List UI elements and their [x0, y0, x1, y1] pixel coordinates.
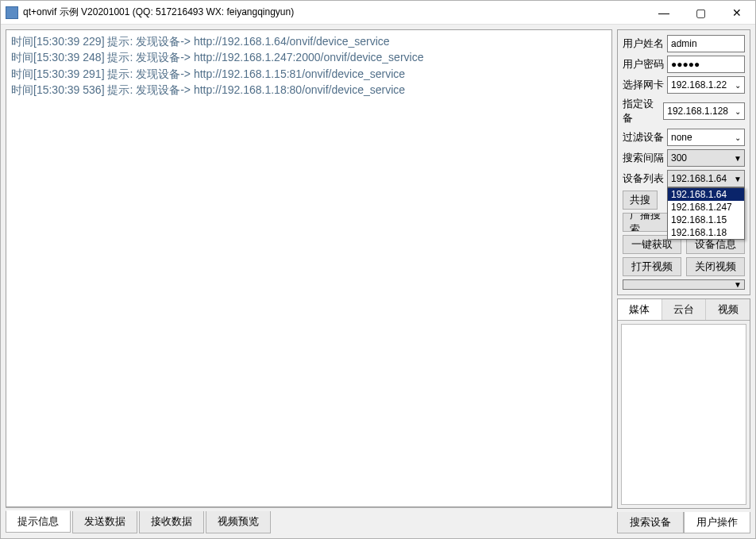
row-nic: 选择网卡 192.168.1.22 ⌄ — [623, 76, 745, 94]
open-video-button[interactable]: 打开视频 — [623, 257, 681, 276]
tab-video[interactable]: 视频 — [706, 299, 750, 320]
devlist-label: 设备列表 — [623, 171, 664, 186]
nic-label: 选择网卡 — [623, 78, 664, 92]
interval-select[interactable]: 300 ▼ — [667, 149, 745, 167]
row-interval: 搜索间隔 300 ▼ — [623, 149, 745, 167]
close-button[interactable]: ✕ — [719, 1, 755, 24]
chevron-down-icon: ⌄ — [731, 107, 744, 116]
username-label: 用户姓名 — [623, 37, 664, 51]
devlist-option[interactable]: 192.168.1.18 — [668, 226, 744, 239]
log-area[interactable]: 时间[15:30:39 229] 提示: 发现设备-> http://192.1… — [6, 29, 612, 507]
devlist-select[interactable]: 192.168.1.64 ▼ 192.168.1.64 192.168.1.24… — [667, 170, 745, 187]
tab-search-device[interactable]: 搜索设备 — [617, 512, 684, 533]
triangle-down-icon: ▼ — [731, 154, 744, 163]
panel2-tabs: 媒体 云台 视频 — [618, 299, 750, 321]
window-controls: — ▢ ✕ — [646, 1, 755, 24]
app-body: 时间[15:30:39 229] 提示: 发现设备-> http://192.1… — [1, 25, 755, 538]
window-title: qt+onvif 示例 V20201001 (QQ: 517216493 WX:… — [23, 6, 646, 19]
devlist-option[interactable]: 192.168.1.247 — [668, 201, 744, 214]
titlebar: qt+onvif 示例 V20201001 (QQ: 517216493 WX:… — [1, 1, 755, 25]
tab-video-preview[interactable]: 视频预览 — [206, 511, 271, 533]
close-video-button[interactable]: 关闭视频 — [686, 257, 745, 276]
devlist-option[interactable]: 192.168.1.64 — [668, 188, 744, 201]
row-username: 用户姓名 admin — [623, 35, 745, 52]
broadcast-search-button-2[interactable]: 广播搜索 — [623, 213, 669, 232]
devlist-dropdown: 192.168.1.64 192.168.1.247 192.168.1.15 … — [667, 187, 745, 240]
app-window: qt+onvif 示例 V20201001 (QQ: 517216493 WX:… — [0, 0, 756, 539]
left-bottom-tabs: 提示信息 发送数据 接收数据 视频预览 — [6, 511, 612, 533]
filter-select[interactable]: none ⌄ — [667, 129, 745, 146]
button-row-4: 打开视频 关闭视频 — [623, 257, 745, 276]
lower-panel: 媒体 云台 视频 — [617, 298, 750, 509]
log-line: 时间[15:30:39 291] 提示: 发现设备-> http://192.1… — [11, 66, 607, 82]
row-target: 指定设备 192.168.1.128 ⌄ — [623, 97, 745, 125]
app-icon — [6, 6, 18, 19]
username-input[interactable]: admin — [667, 35, 745, 52]
log-line: 时间[15:30:39 229] 提示: 发现设备-> http://192.1… — [11, 33, 607, 49]
tab-media[interactable]: 媒体 — [618, 299, 662, 320]
target-label: 指定设备 — [623, 97, 660, 125]
nic-select[interactable]: 192.168.1.22 ⌄ — [667, 76, 745, 94]
password-label: 用户密码 — [623, 57, 664, 71]
control-panel: 用户姓名 admin 用户密码 ●●●●● 选择网卡 192.168.1.22 … — [617, 29, 750, 295]
target-select[interactable]: 192.168.1.128 ⌄ — [663, 102, 745, 120]
log-line: 时间[15:30:39 248] 提示: 发现设备-> http://192.1… — [11, 49, 607, 65]
interval-label: 搜索间隔 — [623, 151, 664, 165]
log-line: 时间[15:30:39 536] 提示: 发现设备-> http://192.1… — [11, 82, 607, 98]
triangle-down-icon: ▼ — [731, 280, 744, 289]
tab-ptz[interactable]: 云台 — [662, 299, 707, 320]
right-bottom-tabs: 搜索设备 用户操作 — [617, 512, 750, 533]
chevron-down-icon: ⌄ — [731, 81, 744, 90]
tab-user-action[interactable]: 用户操作 — [684, 512, 750, 533]
tab-send-data[interactable]: 发送数据 — [72, 511, 137, 533]
row-devlist: 设备列表 192.168.1.64 ▼ 192.168.1.64 192.168… — [623, 170, 745, 187]
row-filter: 过滤设备 none ⌄ — [623, 129, 745, 146]
chevron-down-icon: ⌄ — [731, 133, 744, 142]
extra-select[interactable]: ▼ — [623, 279, 745, 290]
row-password: 用户密码 ●●●●● — [623, 56, 745, 73]
left-pane: 时间[15:30:39 229] 提示: 发现设备-> http://192.1… — [6, 29, 612, 533]
tab-recv-data[interactable]: 接收数据 — [139, 511, 204, 533]
devlist-option[interactable]: 192.168.1.15 — [668, 214, 744, 226]
panel2-body — [621, 324, 746, 505]
maximize-button[interactable]: ▢ — [682, 1, 719, 24]
password-input[interactable]: ●●●●● — [667, 56, 745, 73]
share-search-button[interactable]: 共搜 — [623, 191, 658, 210]
triangle-down-icon: ▼ — [731, 175, 744, 183]
minimize-button[interactable]: — — [646, 1, 682, 24]
right-pane: 用户姓名 admin 用户密码 ●●●●● 选择网卡 192.168.1.22 … — [617, 29, 750, 533]
tab-log-info[interactable]: 提示信息 — [6, 510, 71, 533]
filter-label: 过滤设备 — [623, 130, 664, 144]
